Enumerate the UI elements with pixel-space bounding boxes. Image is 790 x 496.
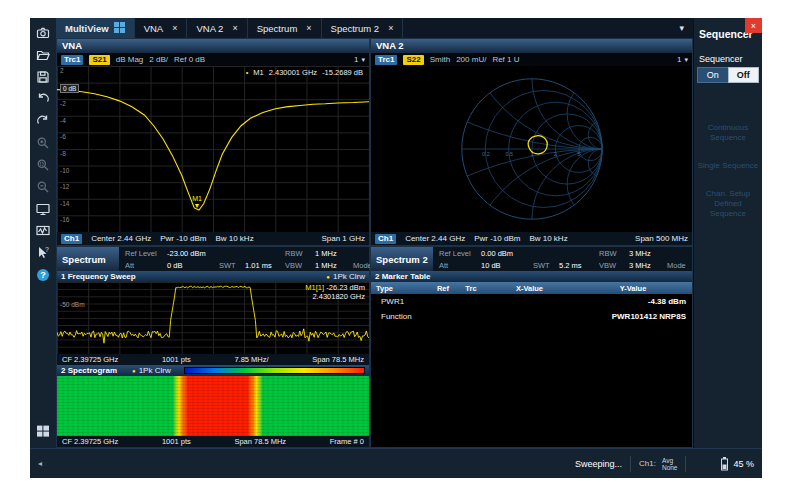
- power[interactable]: Pwr -10 dBm: [474, 234, 520, 243]
- vbw-label: VBW: [599, 261, 629, 270]
- trace-scale[interactable]: 2 dB/: [149, 55, 168, 64]
- rbw-label: RBW: [285, 249, 315, 258]
- channel-chip[interactable]: Ch1: [61, 234, 82, 244]
- measurement-display-icon[interactable]: [32, 220, 54, 241]
- tab-close-icon[interactable]: ×: [304, 23, 311, 33]
- att-value[interactable]: 0 dB: [167, 261, 219, 270]
- vna-window[interactable]: VNA Trc1 S21 dB Mag 2 dB/ Ref 0 dB 1▾ 20…: [56, 38, 370, 246]
- sparam-chip[interactable]: S21: [89, 55, 109, 65]
- spectrum-chart[interactable]: -50 dBm M1[1] -26.23 dBm 2.4301820 GHz: [57, 282, 369, 354]
- frame-value[interactable]: Frame # 0: [330, 437, 364, 446]
- span[interactable]: Span 500 MHz: [635, 234, 688, 243]
- span-value[interactable]: Span 78.5 MHz: [234, 437, 286, 446]
- smith-chart[interactable]: 0.2 0.5 1 2 5: [371, 66, 692, 232]
- vna2-window[interactable]: VNA 2 Trc1 S22 Smith 200 mU/ Ref 1 U 1▾: [370, 38, 693, 246]
- marker-table-row[interactable]: Function PWR101412 NRP8S: [371, 309, 692, 324]
- sequencer-on-off-toggle: On Off: [697, 67, 759, 83]
- tab-overflow-button[interactable]: ▾: [670, 18, 693, 38]
- window-title-text: 2 Spectrogram: [61, 366, 117, 375]
- collapse-arrow-icon[interactable]: ◂: [38, 459, 42, 468]
- spectrogram-title[interactable]: 2 Spectrogram ●1Pk Clrw: [57, 365, 369, 376]
- trace-ref[interactable]: Ref 1 U: [492, 55, 519, 64]
- trace-format[interactable]: Smith: [430, 55, 450, 64]
- ref-level-label: Ref Level: [125, 249, 167, 258]
- trace-chip[interactable]: Trc1: [61, 55, 83, 65]
- softkey-single-sequence[interactable]: Single Sequence: [697, 161, 759, 171]
- rbw-value[interactable]: 3 MHz: [629, 249, 667, 258]
- col-type: Type: [371, 284, 429, 293]
- bandwidth[interactable]: Bw 10 kHz: [529, 234, 567, 243]
- softkey-chan-setup-defined-sequence[interactable]: Chan. Setup Defined Sequence: [697, 189, 759, 219]
- rbw-value[interactable]: 1 MHz: [315, 249, 353, 258]
- trace-chip[interactable]: Trc1: [375, 55, 397, 65]
- ref-level-value[interactable]: 0.00 dBm: [481, 249, 533, 258]
- vbw-value[interactable]: 3 MHz: [629, 261, 667, 270]
- vna-marker-m1[interactable]: M1 ▼: [189, 195, 205, 209]
- points-value: 1001 pts: [162, 355, 191, 364]
- spectrum2-window[interactable]: Spectrum 2 Ref Level 0.00 dBm RBW 3 MHz …: [370, 246, 693, 448]
- trace-format[interactable]: dB Mag: [116, 55, 144, 64]
- zoom-selection-icon[interactable]: [32, 154, 54, 175]
- vbw-label: VBW: [285, 261, 315, 270]
- frequency-sweep-title[interactable]: 1 Frequency Sweep ●1Pk Clrw: [57, 271, 369, 282]
- windows-start-icon[interactable]: [32, 420, 54, 441]
- center-frequency[interactable]: Center 2.44 GHz: [91, 234, 151, 243]
- save-icon[interactable]: [32, 66, 54, 87]
- center-frequency[interactable]: Center 2.44 GHz: [405, 234, 465, 243]
- vna-window-title[interactable]: VNA: [57, 39, 369, 53]
- vna2-window-title[interactable]: VNA 2: [371, 39, 692, 53]
- tab-vna[interactable]: VNA×: [135, 18, 188, 38]
- sparam-chip[interactable]: S22: [403, 55, 423, 65]
- att-label: Att: [125, 261, 167, 270]
- span-value[interactable]: Span 78.5 MHz: [312, 355, 364, 364]
- cf-value[interactable]: CF 2.39725 GHz: [62, 437, 118, 446]
- marker-x-value: 2.430001 GHz: [269, 68, 317, 77]
- window-number-select[interactable]: 1▾: [677, 55, 688, 64]
- zoom-out-icon[interactable]: [32, 176, 54, 197]
- ref-level-value[interactable]: -23.00 dBm: [167, 249, 219, 258]
- redo-icon[interactable]: [32, 110, 54, 131]
- close-icon[interactable]: ×: [745, 18, 762, 33]
- trace-color-dot: ●: [132, 368, 136, 374]
- marker-table-row[interactable]: PWR1 -4.38 dBm: [371, 294, 692, 309]
- swt-value[interactable]: 1.01 ms: [245, 261, 285, 270]
- channel-label[interactable]: Spectrum 2: [371, 247, 433, 271]
- open-folder-icon[interactable]: [32, 44, 54, 65]
- tab-close-icon[interactable]: ×: [170, 23, 177, 33]
- window-number-select[interactable]: 1▾: [354, 55, 365, 64]
- power[interactable]: Pwr -10 dBm: [160, 234, 206, 243]
- tab-label: VNA: [144, 23, 164, 34]
- sequencer-off-button[interactable]: Off: [728, 67, 760, 83]
- smith-chart-graticule: 0.2 0.5 1 2 5: [454, 71, 610, 227]
- display-icon[interactable]: [32, 198, 54, 219]
- tab-multiview[interactable]: MultiView: [56, 18, 135, 38]
- camera-icon[interactable]: [32, 22, 54, 43]
- marker-table-title[interactable]: 2 Marker Table: [371, 271, 692, 282]
- tab-close-icon[interactable]: ×: [230, 23, 237, 33]
- trace-ref[interactable]: Ref 0 dB: [174, 55, 205, 64]
- context-help-pointer-icon[interactable]: ?: [32, 242, 54, 263]
- span[interactable]: Span 1 GHz: [321, 234, 365, 243]
- zoom-in-icon[interactable]: [32, 132, 54, 153]
- help-icon[interactable]: ?: [32, 264, 54, 285]
- sequencer-on-button[interactable]: On: [697, 67, 728, 83]
- softkey-continuous-sequence[interactable]: Continuous Sequence: [697, 123, 759, 143]
- tab-close-icon[interactable]: ×: [386, 23, 393, 33]
- cf-value[interactable]: CF 2.39725 GHz: [62, 355, 118, 364]
- channel-chip[interactable]: Ch1: [375, 234, 396, 244]
- vna-y-axis-label: -8: [60, 150, 66, 157]
- swt-value[interactable]: 5.2 ms: [559, 261, 599, 270]
- vbw-value[interactable]: 1 MHz: [315, 261, 353, 270]
- spectrum-marker-readout: M1[1] -26.23 dBm 2.4301820 GHz: [305, 283, 365, 301]
- att-value[interactable]: 10 dB: [481, 261, 533, 270]
- tab-spectrum[interactable]: Spectrum×: [248, 18, 322, 38]
- bandwidth[interactable]: Bw 10 kHz: [215, 234, 253, 243]
- tab-spectrum2[interactable]: Spectrum 2×: [322, 18, 404, 38]
- channel-label[interactable]: Spectrum: [57, 247, 119, 271]
- vna-chart[interactable]: 20 dB-2-4-6-8-10-12-14-16 • M1 2.430001 …: [57, 66, 369, 232]
- trace-scale[interactable]: 200 mU/: [456, 55, 486, 64]
- tab-vna2[interactable]: VNA 2×: [187, 18, 247, 38]
- spectrum-window[interactable]: Spectrum Ref Level -23.00 dBm RBW 1 MHz …: [56, 246, 370, 448]
- spectrogram-plot[interactable]: [57, 376, 369, 436]
- undo-icon[interactable]: [32, 88, 54, 109]
